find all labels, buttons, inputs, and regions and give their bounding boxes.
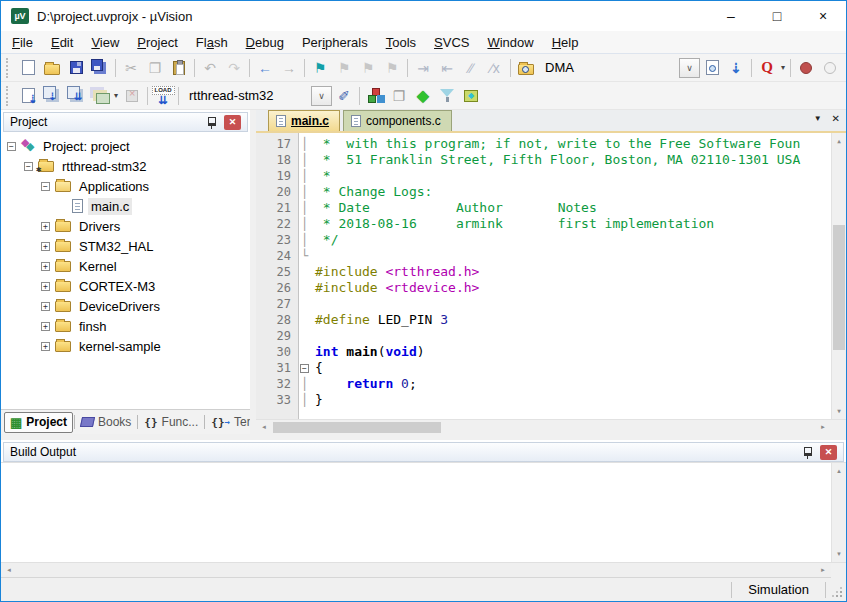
menu-flash[interactable]: Flash: [187, 33, 237, 52]
maximize-button[interactable]: □: [754, 1, 800, 31]
tree-item-kernel-sample[interactable]: +kernel-sample: [1, 336, 250, 356]
tab-close-icon[interactable]: ✕: [832, 113, 840, 124]
menu-peripherals[interactable]: Peripherals: [293, 33, 377, 52]
code-line[interactable]: 27: [256, 296, 846, 312]
tree-toggle-icon[interactable]: +: [41, 322, 50, 331]
close-button[interactable]: ×: [800, 1, 846, 31]
find-button[interactable]: Q: [755, 56, 779, 80]
unindent-selection-button[interactable]: ⇤: [435, 56, 459, 80]
code-line[interactable]: 25#include <rtthread.h>: [256, 264, 846, 280]
batch-build-button[interactable]: [88, 84, 112, 108]
toolbar-grip[interactable]: [6, 86, 11, 106]
indent-selection-button[interactable]: ⇥: [411, 56, 435, 80]
download-button[interactable]: LOAD⇊: [151, 84, 175, 108]
find-combo-dropdown-button[interactable]: ∨: [679, 58, 700, 78]
tree-toggle-icon[interactable]: +: [41, 342, 50, 351]
panel-tab-func[interactable]: {}Func...: [139, 413, 203, 431]
options-for-target-button[interactable]: ✐: [332, 84, 356, 108]
panel-tab-books[interactable]: Books: [76, 413, 136, 431]
find-in-files-button[interactable]: [700, 56, 724, 80]
tree-toggle-icon[interactable]: +: [41, 242, 50, 251]
scroll-down-icon[interactable]: ▼: [832, 404, 846, 418]
batch-build-caret-icon[interactable]: ▾: [114, 91, 118, 100]
tree-item-main-c[interactable]: main.c: [1, 196, 250, 216]
editor-tab-components-c[interactable]: components.c: [343, 110, 452, 131]
menu-debug[interactable]: Debug: [237, 33, 293, 52]
tree-toggle-icon[interactable]: +: [41, 262, 50, 271]
scroll-up-icon[interactable]: ▲: [832, 134, 846, 148]
comment-selection-button[interactable]: ∕∕: [459, 56, 483, 80]
code-line[interactable]: 23│ */: [256, 232, 846, 248]
rebuild-all-target-files-button[interactable]: [64, 84, 88, 108]
toggle-bookmark-button[interactable]: ⚑: [308, 56, 332, 80]
find-combo[interactable]: DMA∨: [538, 57, 700, 79]
copy-button[interactable]: ❐: [143, 56, 167, 80]
translate-button[interactable]: [16, 84, 40, 108]
next-bookmark-button[interactable]: ⚑: [356, 56, 380, 80]
code-line[interactable]: 28#define LED_PIN 3: [256, 312, 846, 328]
uncomment-selection-button[interactable]: ∕x: [483, 56, 507, 80]
code-line[interactable]: 33│}: [256, 392, 846, 408]
build-button[interactable]: [40, 84, 64, 108]
menu-window[interactable]: Window: [478, 33, 542, 52]
code-line[interactable]: 29: [256, 328, 846, 344]
manage-project-items-button[interactable]: [363, 84, 387, 108]
scroll-up-icon[interactable]: ▲: [832, 464, 846, 478]
pin-icon[interactable]: [206, 116, 217, 129]
tab-list-icon[interactable]: ▼: [814, 114, 822, 123]
scrollbar-thumb[interactable]: [273, 422, 441, 433]
menu-project[interactable]: Project: [128, 33, 186, 52]
undo-button[interactable]: ↶: [198, 56, 222, 80]
find-options-caret-icon[interactable]: ▾: [781, 63, 785, 72]
menu-edit[interactable]: Edit: [42, 33, 82, 52]
menu-view[interactable]: View: [82, 33, 128, 52]
code-line[interactable]: 18│ * 51 Franklin Street, Fifth Floor, B…: [256, 152, 846, 168]
build-output-v-scrollbar[interactable]: ▲ ▼: [831, 463, 846, 562]
scrollbar-thumb[interactable]: [833, 225, 845, 350]
code-line[interactable]: 17│ * with this program; if not, write t…: [256, 136, 846, 152]
editor-tab-main-c[interactable]: main.c: [268, 110, 340, 131]
kill-all-breakpoints-button[interactable]: [842, 56, 846, 80]
tree-item-project-project[interactable]: −Project: project: [1, 136, 250, 156]
build-output-h-scrollbar[interactable]: ◄ ►: [1, 562, 846, 577]
save-button[interactable]: [64, 56, 88, 80]
code-line[interactable]: 19│ *: [256, 168, 846, 184]
editor-h-scrollbar[interactable]: ◄ ►: [256, 419, 846, 434]
code-line[interactable]: 24└: [256, 248, 846, 264]
code-line[interactable]: 32│ return 0;: [256, 376, 846, 392]
tree-toggle-icon[interactable]: +: [41, 222, 50, 231]
target-combo[interactable]: rtthread-stm32∨: [182, 85, 332, 107]
cut-button[interactable]: ✂: [119, 56, 143, 80]
scroll-right-icon[interactable]: ►: [816, 563, 830, 577]
menu-file[interactable]: File: [3, 33, 42, 52]
enable-disable-breakpoint-button[interactable]: [818, 56, 842, 80]
redo-button[interactable]: ↷: [222, 56, 246, 80]
tree-item-applications[interactable]: −Applications: [1, 176, 250, 196]
tree-toggle-icon[interactable]: +: [41, 302, 50, 311]
target-combo-dropdown-button[interactable]: ∨: [311, 86, 332, 106]
open-file-button[interactable]: [40, 56, 64, 80]
project-panel-close-button[interactable]: ✕: [224, 115, 241, 130]
code-line[interactable]: 20│ * Change Logs:: [256, 184, 846, 200]
select-software-packs-button[interactable]: [435, 84, 459, 108]
scroll-right-icon[interactable]: ►: [816, 420, 830, 434]
manage-run-time-environment-button[interactable]: ◆: [411, 84, 435, 108]
tree-item-rtthread-stm32[interactable]: −rtthread-stm32: [1, 156, 250, 176]
tree-item-stm32-hal[interactable]: +STM32_HAL: [1, 236, 250, 256]
pin-icon[interactable]: [802, 446, 813, 459]
scroll-left-icon[interactable]: ◄: [257, 420, 271, 434]
menu-svcs[interactable]: SVCS: [425, 33, 478, 52]
tree-item-devicedrivers[interactable]: +DeviceDrivers: [1, 296, 250, 316]
navigate-back-button[interactable]: ←: [253, 56, 277, 80]
minimize-button[interactable]: –: [708, 1, 754, 31]
tree-item-finsh[interactable]: +finsh: [1, 316, 250, 336]
resize-grip-icon[interactable]: [828, 585, 844, 601]
code-line[interactable]: 21│ * Date Author Notes: [256, 200, 846, 216]
tree-toggle-icon[interactable]: +: [41, 282, 50, 291]
editor-v-scrollbar[interactable]: ▲ ▼: [831, 133, 846, 419]
tree-item-cortex-m3[interactable]: +CORTEX-M3: [1, 276, 250, 296]
tree-item-drivers[interactable]: +Drivers: [1, 216, 250, 236]
tree-toggle-icon[interactable]: −: [7, 142, 16, 151]
scroll-down-icon[interactable]: ▼: [832, 547, 846, 561]
incremental-find-button[interactable]: ⇣: [724, 56, 748, 80]
